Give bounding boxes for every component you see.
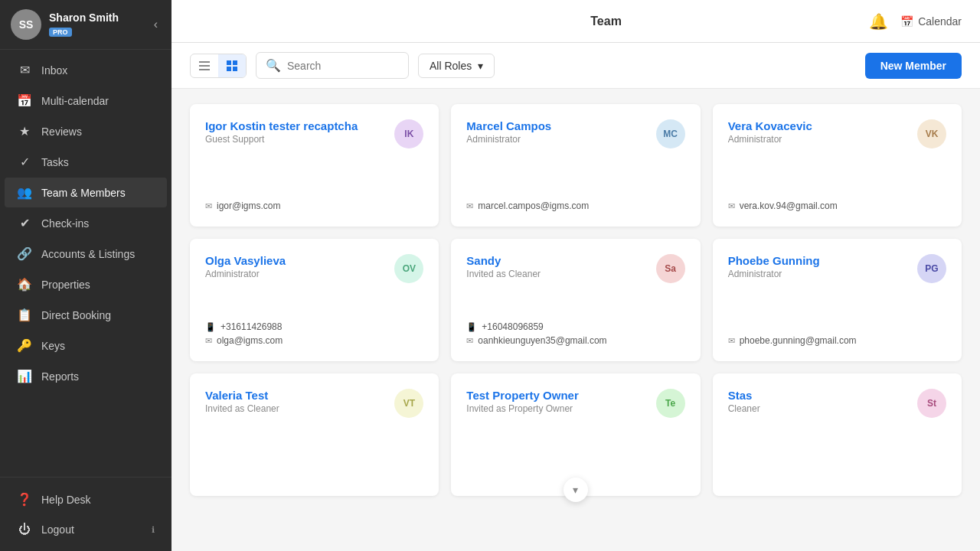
member-card: Phoebe Gunning Administrator PG ✉phoebe.…	[713, 239, 962, 361]
sidebar-item-properties[interactable]: 🏠 Properties	[5, 269, 167, 299]
card-contact: 📱+31611426988✉olga@igms.com	[205, 312, 423, 346]
reports-icon: 📊	[17, 369, 32, 383]
member-avatar: Te	[656, 389, 685, 418]
sidebar-item-logout[interactable]: ⏻ Logout ℹ	[5, 515, 167, 544]
logout-info-icon: ℹ	[152, 525, 155, 535]
sidebar-item-reviews[interactable]: ★ Reviews	[5, 116, 167, 146]
sidebar-item-reports[interactable]: 📊 Reports	[5, 361, 167, 391]
member-card: Test Property Owner Invited as Property …	[451, 373, 700, 496]
member-role: Administrator	[728, 269, 820, 279]
member-card: Olga Vasylieva Administrator OV 📱+316114…	[190, 239, 439, 361]
member-name[interactable]: Sandy	[466, 254, 541, 267]
grid-view-button[interactable]	[218, 54, 246, 77]
sidebar-label-multi-calendar: Multi-calendar	[41, 95, 109, 107]
team-icon: 👥	[17, 185, 32, 200]
card-phone: 📱+16048096859	[466, 321, 684, 332]
member-avatar: MC	[656, 119, 685, 148]
member-name[interactable]: Phoebe Gunning	[728, 254, 820, 267]
list-view-button[interactable]	[191, 54, 218, 77]
main-content: Team 🔔 📅 Calendar 🔍 All Roles ▾ New	[172, 0, 980, 551]
member-role: Guest Support	[205, 134, 358, 145]
member-name[interactable]: Igor Kostin tester recaptcha	[205, 119, 358, 132]
scroll-down-indicator[interactable]: ▾	[564, 478, 588, 502]
card-contact	[205, 471, 423, 481]
member-name[interactable]: Test Property Owner	[466, 389, 578, 402]
sidebar-label-inbox: Inbox	[41, 64, 67, 77]
profile-name: Sharon Smith	[49, 11, 151, 24]
roles-label: All Roles	[430, 60, 472, 72]
chevron-down-icon: ▾	[478, 60, 483, 72]
sidebar-label-helpdesk: Help Desk	[41, 494, 91, 506]
calendar-label: Calendar	[918, 15, 962, 28]
toolbar: 🔍 All Roles ▾ New Member	[172, 43, 980, 89]
member-role: Administrator	[205, 269, 286, 279]
sidebar-item-checkins[interactable]: ✔ Check-ins	[5, 208, 167, 238]
calendar-button[interactable]: 📅 Calendar	[900, 15, 962, 28]
cards-area: Igor Kostin tester recaptcha Guest Suppo…	[172, 89, 980, 551]
member-role: Cleaner	[728, 403, 760, 414]
header: Team 🔔 📅 Calendar	[172, 0, 980, 43]
sidebar-item-tasks[interactable]: ✓ Tasks	[5, 147, 167, 177]
sidebar-label-keys: Keys	[41, 340, 65, 352]
sidebar-label-accounts: Accounts & Listings	[41, 248, 135, 260]
properties-icon: 🏠	[17, 277, 32, 292]
card-contact	[728, 471, 946, 481]
card-email: ✉phoebe.gunning@gmail.com	[728, 335, 946, 346]
sidebar-item-inbox[interactable]: ✉ Inbox	[5, 55, 167, 85]
card-email: ✉olga@igms.com	[205, 335, 423, 346]
member-card: Marcel Campos Administrator MC ✉marcel.c…	[451, 104, 700, 227]
member-name[interactable]: Stas	[728, 389, 760, 402]
sidebar-item-team[interactable]: 👥 Team & Members	[5, 178, 167, 207]
member-avatar: PG	[917, 254, 946, 283]
search-box[interactable]: 🔍	[256, 52, 409, 79]
sidebar-bottom: ❓ Help Desk ⏻ Logout ℹ	[0, 477, 172, 551]
sidebar-item-helpdesk[interactable]: ❓ Help Desk	[5, 484, 167, 514]
member-role: Invited as Cleaner	[205, 403, 279, 414]
search-input[interactable]	[287, 60, 394, 72]
direct-booking-icon: 📋	[17, 308, 32, 322]
card-contact: ✉igor@igms.com	[205, 191, 423, 211]
member-role: Invited as Cleaner	[466, 269, 541, 279]
sidebar-item-multi-calendar[interactable]: 📅 Multi-calendar	[5, 86, 167, 116]
member-name[interactable]: Olga Vasylieva	[205, 254, 286, 267]
member-avatar: VK	[917, 119, 946, 148]
sidebar-collapse-button[interactable]: ‹	[151, 15, 161, 34]
member-name[interactable]: Vera Kovacevic	[728, 119, 812, 132]
card-contact: ✉marcel.campos@igms.com	[466, 191, 684, 211]
logout-icon: ⏻	[17, 523, 32, 536]
member-name[interactable]: Marcel Campos	[466, 119, 551, 132]
sidebar-item-direct-booking[interactable]: 📋 Direct Booking	[5, 300, 167, 330]
sidebar-item-accounts[interactable]: 🔗 Accounts & Listings	[5, 239, 167, 269]
card-email: ✉marcel.campos@igms.com	[466, 201, 684, 211]
new-member-button[interactable]: New Member	[865, 53, 962, 79]
sidebar-item-keys[interactable]: 🔑 Keys	[5, 331, 167, 360]
member-role: Administrator	[466, 134, 551, 145]
card-contact: 📱+16048096859✉oanhkieunguyen35@gmail.com	[466, 312, 684, 346]
card-email: ✉vera.kov.94@gmail.com	[728, 201, 946, 211]
notifications-bell-icon[interactable]: 🔔	[869, 12, 888, 31]
sidebar-label-checkins: Check-ins	[41, 217, 89, 230]
reviews-icon: ★	[17, 124, 32, 139]
sidebar-profile[interactable]: SS Sharon Smith PRO ‹	[0, 0, 172, 50]
avatar: SS	[11, 9, 41, 40]
member-card: Valeria Test Invited as Cleaner VT	[190, 373, 439, 496]
member-avatar: Sa	[656, 254, 685, 283]
member-avatar: OV	[394, 254, 423, 283]
tasks-icon: ✓	[17, 155, 32, 169]
sidebar-label-direct-booking: Direct Booking	[41, 309, 111, 321]
svg-rect-5	[227, 67, 231, 71]
svg-rect-3	[227, 60, 231, 65]
roles-dropdown[interactable]: All Roles ▾	[418, 54, 495, 78]
sidebar-label-team: Team & Members	[41, 187, 126, 199]
cards-grid: Igor Kostin tester recaptcha Guest Suppo…	[190, 104, 962, 496]
view-toggle	[190, 54, 247, 78]
member-name[interactable]: Valeria Test	[205, 389, 279, 402]
sidebar-label-properties: Properties	[41, 279, 90, 291]
member-role: Administrator	[728, 134, 812, 145]
member-card: Stas Cleaner St	[713, 373, 962, 496]
search-icon: 🔍	[266, 58, 281, 73]
sidebar: SS Sharon Smith PRO ‹ ✉ Inbox 📅 Multi-ca…	[0, 0, 172, 551]
card-email: ✉oanhkieunguyen35@gmail.com	[466, 335, 684, 346]
email-icon: ✉	[728, 336, 735, 346]
email-icon: ✉	[205, 336, 212, 346]
